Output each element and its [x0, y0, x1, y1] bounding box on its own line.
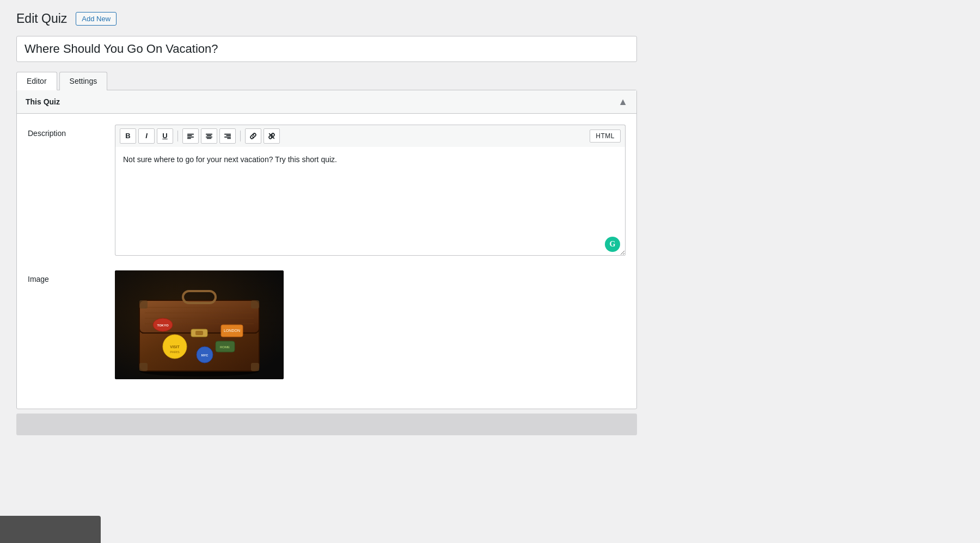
description-label: Description — [28, 125, 115, 257]
tab-settings[interactable]: Settings — [59, 72, 108, 90]
editor-wrapper: Not sure where to go for your next vacat… — [115, 147, 626, 257]
panel-header: This Quiz ▲ — [17, 90, 636, 114]
svg-rect-37 — [139, 300, 148, 308]
toolbar-separator-2 — [240, 131, 241, 141]
svg-text:VISIT: VISIT — [170, 345, 180, 349]
bottom-bar — [16, 414, 637, 435]
svg-rect-39 — [139, 363, 148, 371]
svg-text:LONDON: LONDON — [224, 329, 240, 332]
tab-editor[interactable]: Editor — [16, 72, 57, 90]
page-header: Edit Quiz Add New — [16, 11, 637, 27]
svg-text:NYC: NYC — [201, 354, 209, 357]
image-row: Image — [28, 270, 626, 379]
suitcase-image: VISIT PARIS NYC ROME TOKYO — [115, 270, 284, 379]
align-center-button[interactable] — [201, 128, 217, 144]
align-left-icon — [187, 132, 194, 140]
tabs-container: Editor Settings — [16, 72, 637, 90]
italic-icon: I — [145, 132, 148, 140]
svg-text:ROME: ROME — [220, 345, 230, 349]
description-field: B I U — [115, 125, 626, 257]
underline-icon: U — [162, 132, 167, 140]
page-title: Edit Quiz — [16, 11, 67, 27]
unlink-button[interactable] — [264, 128, 280, 144]
description-row: Description B I U — [28, 125, 626, 257]
html-button[interactable]: HTML — [590, 129, 621, 143]
grammarly-g-letter: G — [610, 240, 616, 248]
collapse-icon[interactable]: ▲ — [618, 97, 628, 107]
description-textarea[interactable]: Not sure where to go for your next vacat… — [115, 147, 626, 256]
italic-button[interactable]: I — [138, 128, 155, 144]
quiz-title-input[interactable] — [16, 36, 637, 62]
image-field: VISIT PARIS NYC ROME TOKYO — [115, 270, 626, 379]
align-left-button[interactable] — [182, 128, 199, 144]
svg-rect-38 — [251, 300, 259, 308]
unlink-icon — [268, 132, 275, 140]
panel-content: Description B I U — [17, 114, 636, 409]
add-new-button[interactable]: Add New — [76, 12, 117, 26]
align-right-icon — [224, 132, 231, 140]
align-right-button[interactable] — [219, 128, 236, 144]
editor-toolbar: B I U — [115, 125, 626, 147]
bottom-dark-overlay — [0, 516, 101, 543]
panel-title: This Quiz — [26, 97, 60, 106]
link-icon — [249, 132, 257, 140]
bold-button[interactable]: B — [120, 128, 136, 144]
underline-button[interactable]: U — [157, 128, 173, 144]
svg-rect-40 — [251, 363, 259, 371]
grammarly-icon: G — [605, 237, 620, 252]
link-button[interactable] — [245, 128, 261, 144]
toolbar-separator-1 — [177, 131, 178, 141]
bold-icon: B — [125, 132, 130, 140]
image-container[interactable]: VISIT PARIS NYC ROME TOKYO — [115, 270, 284, 379]
svg-text:TOKYO: TOKYO — [157, 324, 169, 327]
svg-text:PARIS: PARIS — [170, 350, 180, 354]
main-panel: This Quiz ▲ Description B I — [16, 90, 637, 409]
svg-rect-25 — [195, 331, 203, 335]
image-label: Image — [28, 270, 115, 379]
align-center-icon — [205, 132, 213, 140]
